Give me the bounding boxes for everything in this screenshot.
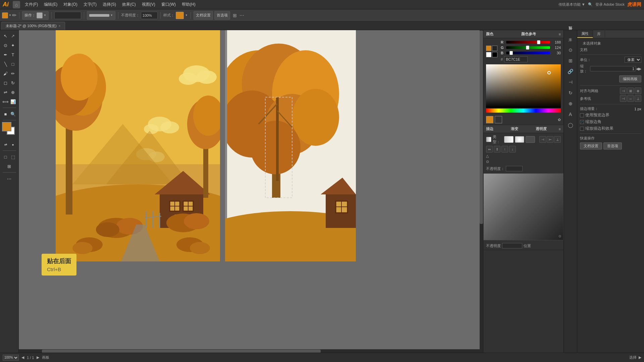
quick-doc-settings-btn[interactable]: 文档设置 bbox=[580, 142, 602, 149]
artboard-tool[interactable]: ⊞ bbox=[6, 162, 13, 171]
opacity-input[interactable] bbox=[141, 12, 158, 19]
b-slider-thumb[interactable] bbox=[509, 51, 513, 55]
scale-effects-cb[interactable] bbox=[580, 127, 584, 131]
width-tool[interactable]: ⟺ bbox=[2, 97, 9, 106]
r-slider-thumb[interactable] bbox=[537, 40, 540, 44]
mirror-tool[interactable]: ⇌ bbox=[2, 88, 9, 97]
scale-prev-btn[interactable]: ◀ bbox=[636, 67, 639, 71]
quick-preferences-btn[interactable]: 首选项 bbox=[603, 142, 622, 149]
snap-2[interactable]: ⊞ bbox=[627, 87, 634, 94]
rotate-tool[interactable]: ↻ bbox=[10, 78, 16, 87]
pencil-tool[interactable]: ✏ bbox=[10, 69, 16, 78]
ref-2[interactable]: ↔ bbox=[627, 95, 634, 102]
canvas-scrollbar-vertical[interactable] bbox=[480, 30, 483, 353]
fill-color-swatch[interactable] bbox=[2, 12, 8, 18]
align-left-btn[interactable]: ⊣ bbox=[539, 136, 546, 143]
eyedropper-btn[interactable]: ✿ bbox=[558, 118, 561, 122]
swap-colors-btn[interactable]: ⇄ bbox=[2, 140, 9, 149]
menu-help[interactable]: 帮助(H) bbox=[179, 1, 198, 8]
toolbar-text-field[interactable] bbox=[54, 12, 81, 19]
snap-1[interactable]: ⊣ bbox=[620, 87, 627, 94]
menu-select[interactable]: 选择(S) bbox=[100, 1, 119, 8]
color-panel-menu[interactable]: ≡ bbox=[559, 32, 561, 36]
prop-align-btn[interactable]: ⊣ bbox=[566, 77, 575, 87]
hue-strip[interactable] bbox=[486, 109, 561, 113]
operation-dropdown[interactable]: ▼ bbox=[44, 14, 46, 17]
rect-tool[interactable]: □ bbox=[10, 60, 16, 68]
paintbrush-tool[interactable]: 🖌 bbox=[2, 69, 9, 78]
reset-colors-btn[interactable]: ● bbox=[10, 140, 16, 149]
magic-wand-tool[interactable]: ✦ bbox=[10, 41, 16, 50]
gradient-opacity-input[interactable] bbox=[506, 166, 523, 171]
menu-window[interactable]: 窗口(W) bbox=[159, 1, 178, 8]
menu-edit[interactable]: 编辑(E) bbox=[41, 1, 60, 8]
menu-file[interactable]: 文件(F) bbox=[22, 1, 41, 8]
big-color-picker[interactable] bbox=[486, 64, 561, 108]
ref-1[interactable]: ⊣ bbox=[620, 95, 627, 102]
style-dropdown[interactable]: ▼ bbox=[185, 14, 188, 17]
unit-select[interactable]: 像素 bbox=[625, 57, 641, 63]
prop-text-btn[interactable]: A bbox=[566, 110, 575, 119]
radial-gradient-btn[interactable] bbox=[515, 136, 524, 143]
status-expand-btn[interactable]: ▶ bbox=[639, 355, 641, 360]
dist-h-btn[interactable]: ⇔ bbox=[486, 146, 493, 153]
stroke-bar[interactable]: ▼ bbox=[87, 11, 115, 20]
gradient-reset-btn[interactable]: ⊙ bbox=[558, 234, 561, 238]
text-tool[interactable]: T bbox=[10, 50, 16, 59]
eraser-tool[interactable]: ◻ bbox=[2, 78, 9, 87]
prop-circle-btn[interactable]: ⊙ bbox=[566, 45, 575, 55]
align-right-btn[interactable]: ⊥ bbox=[554, 136, 561, 143]
dist-v-btn[interactable]: ⇕ bbox=[494, 146, 500, 153]
lib-label[interactable]: 库 bbox=[567, 36, 574, 44]
old-color-swatch[interactable] bbox=[495, 116, 502, 123]
search-icon[interactable]: 🔍 bbox=[588, 2, 593, 7]
lasso-tool[interactable]: ⊙ bbox=[2, 41, 9, 50]
style-swatch[interactable] bbox=[176, 12, 184, 19]
prop-grid-btn[interactable]: ⊞ bbox=[566, 56, 575, 65]
scale-stroke-cb[interactable]: ✓ bbox=[580, 120, 584, 124]
align-bottom-btn[interactable]: ↓ bbox=[509, 146, 516, 153]
preview-bounds-cb[interactable] bbox=[580, 113, 584, 117]
menu-view[interactable]: 视图(V) bbox=[139, 1, 158, 8]
mask-mode[interactable]: ⬚ bbox=[10, 153, 16, 161]
preferences-btn[interactable]: 首选项 bbox=[214, 11, 230, 20]
fill-none[interactable] bbox=[486, 52, 491, 57]
align-icon[interactable]: ⊞ bbox=[233, 13, 237, 18]
menu-text[interactable]: 文字(T) bbox=[81, 1, 99, 8]
line-tool[interactable]: ╲ bbox=[2, 60, 9, 68]
home-button[interactable]: ⌂ bbox=[13, 1, 20, 8]
graph-tool[interactable]: 📊 bbox=[10, 97, 16, 106]
artboard-prev-btn[interactable]: ◀ bbox=[21, 355, 24, 360]
prop-eye-btn[interactable]: ◯ bbox=[566, 120, 575, 130]
r-slider-track[interactable] bbox=[506, 41, 550, 44]
opacity-under-input[interactable] bbox=[502, 243, 522, 248]
align-center-btn[interactable]: ⊢ bbox=[547, 136, 553, 143]
freeform-gradient-btn[interactable] bbox=[526, 136, 535, 143]
scale-input[interactable] bbox=[590, 66, 636, 71]
menu-object[interactable]: 对象(O) bbox=[61, 1, 80, 8]
bg-color-mini[interactable] bbox=[492, 46, 497, 51]
prop-link-btn[interactable]: 🔗 bbox=[566, 67, 575, 76]
menu-effect[interactable]: 效果(C) bbox=[119, 1, 139, 8]
zoom-select[interactable]: 100% bbox=[3, 355, 19, 361]
new-color-swatch[interactable] bbox=[486, 116, 493, 123]
more-btn[interactable]: ⋯ bbox=[239, 13, 244, 18]
selection-tool[interactable]: ↖ bbox=[2, 32, 9, 40]
edit-artboard-btn[interactable]: 编辑画板 bbox=[619, 75, 641, 82]
foreground-color[interactable] bbox=[2, 122, 11, 131]
tab-close-btn[interactable]: × bbox=[59, 24, 61, 28]
hex-input[interactable] bbox=[504, 56, 528, 62]
align-top-btn[interactable]: ↑ bbox=[501, 146, 508, 153]
scale-next-btn[interactable]: ▶ bbox=[639, 67, 641, 71]
g-slider-track[interactable] bbox=[506, 46, 550, 49]
doc-settings-btn[interactable]: 文档设置 bbox=[194, 11, 213, 20]
normal-mode[interactable]: □ bbox=[2, 153, 9, 161]
more-tools-btn[interactable]: ⋯ bbox=[6, 174, 13, 183]
pen-tool[interactable]: ✒ bbox=[2, 50, 9, 59]
artboard-next-btn[interactable]: ▶ bbox=[37, 355, 39, 360]
gradient-tab-1[interactable]: 描边 bbox=[486, 126, 493, 131]
warp-tool[interactable]: ⊕ bbox=[10, 88, 16, 97]
canvas-area[interactable]: 贴在后面 Ctrl+B bbox=[19, 30, 483, 353]
gradient-tool[interactable]: ■ bbox=[2, 110, 9, 118]
gradient-tab-3[interactable]: 透明度 bbox=[536, 126, 547, 131]
